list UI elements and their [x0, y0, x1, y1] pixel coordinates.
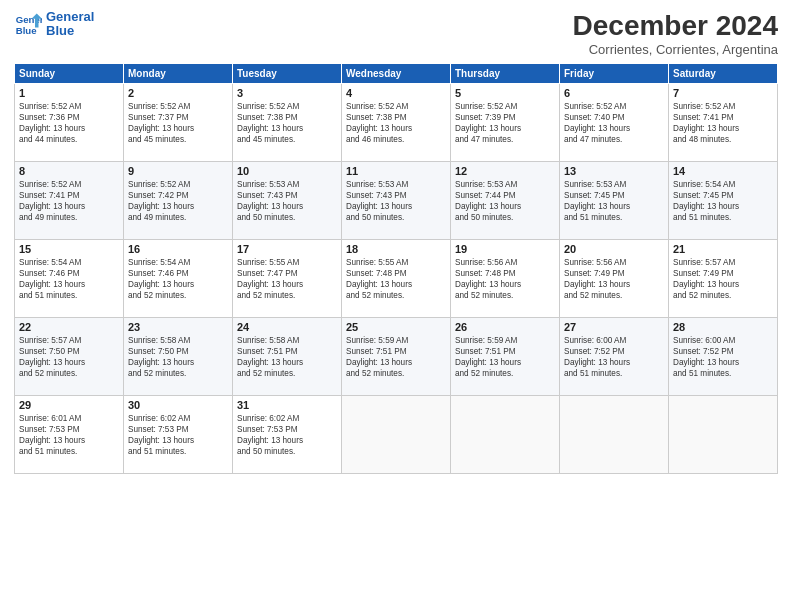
day-info: Sunrise: 6:01 AM Sunset: 7:53 PM Dayligh…: [19, 413, 119, 457]
day-info: Sunrise: 5:52 AM Sunset: 7:38 PM Dayligh…: [237, 101, 337, 145]
table-row: 27Sunrise: 6:00 AM Sunset: 7:52 PM Dayli…: [560, 318, 669, 396]
day-number: 6: [564, 87, 664, 99]
day-info: Sunrise: 5:54 AM Sunset: 7:46 PM Dayligh…: [19, 257, 119, 301]
calendar-header: Sunday Monday Tuesday Wednesday Thursday…: [15, 64, 778, 84]
header-monday: Monday: [124, 64, 233, 84]
table-row: 18Sunrise: 5:55 AM Sunset: 7:48 PM Dayli…: [342, 240, 451, 318]
day-number: 21: [673, 243, 773, 255]
table-row: 28Sunrise: 6:00 AM Sunset: 7:52 PM Dayli…: [669, 318, 778, 396]
day-number: 14: [673, 165, 773, 177]
table-row: 24Sunrise: 5:58 AM Sunset: 7:51 PM Dayli…: [233, 318, 342, 396]
table-row: 9Sunrise: 5:52 AM Sunset: 7:42 PM Daylig…: [124, 162, 233, 240]
logo-icon: General Blue: [14, 10, 42, 38]
day-number: 8: [19, 165, 119, 177]
day-number: 15: [19, 243, 119, 255]
day-info: Sunrise: 5:53 AM Sunset: 7:43 PM Dayligh…: [237, 179, 337, 223]
table-row: 26Sunrise: 5:59 AM Sunset: 7:51 PM Dayli…: [451, 318, 560, 396]
svg-text:Blue: Blue: [16, 25, 37, 36]
table-row: 11Sunrise: 5:53 AM Sunset: 7:43 PM Dayli…: [342, 162, 451, 240]
day-info: Sunrise: 5:52 AM Sunset: 7:39 PM Dayligh…: [455, 101, 555, 145]
day-info: Sunrise: 6:00 AM Sunset: 7:52 PM Dayligh…: [564, 335, 664, 379]
day-number: 18: [346, 243, 446, 255]
day-number: 31: [237, 399, 337, 411]
day-number: 28: [673, 321, 773, 333]
table-row: 14Sunrise: 5:54 AM Sunset: 7:45 PM Dayli…: [669, 162, 778, 240]
day-number: 5: [455, 87, 555, 99]
day-info: Sunrise: 5:54 AM Sunset: 7:46 PM Dayligh…: [128, 257, 228, 301]
day-info: Sunrise: 5:52 AM Sunset: 7:36 PM Dayligh…: [19, 101, 119, 145]
table-row: 30Sunrise: 6:02 AM Sunset: 7:53 PM Dayli…: [124, 396, 233, 474]
header-wednesday: Wednesday: [342, 64, 451, 84]
day-number: 17: [237, 243, 337, 255]
day-info: Sunrise: 5:52 AM Sunset: 7:38 PM Dayligh…: [346, 101, 446, 145]
table-row: 4Sunrise: 5:52 AM Sunset: 7:38 PM Daylig…: [342, 84, 451, 162]
day-number: 3: [237, 87, 337, 99]
day-number: 10: [237, 165, 337, 177]
day-info: Sunrise: 5:58 AM Sunset: 7:51 PM Dayligh…: [237, 335, 337, 379]
calendar-week-row: 15Sunrise: 5:54 AM Sunset: 7:46 PM Dayli…: [15, 240, 778, 318]
day-info: Sunrise: 5:52 AM Sunset: 7:42 PM Dayligh…: [128, 179, 228, 223]
table-row: 17Sunrise: 5:55 AM Sunset: 7:47 PM Dayli…: [233, 240, 342, 318]
day-info: Sunrise: 5:52 AM Sunset: 7:41 PM Dayligh…: [673, 101, 773, 145]
calendar-week-row: 1Sunrise: 5:52 AM Sunset: 7:36 PM Daylig…: [15, 84, 778, 162]
table-row: 13Sunrise: 5:53 AM Sunset: 7:45 PM Dayli…: [560, 162, 669, 240]
header-saturday: Saturday: [669, 64, 778, 84]
table-row: 3Sunrise: 5:52 AM Sunset: 7:38 PM Daylig…: [233, 84, 342, 162]
table-row: 7Sunrise: 5:52 AM Sunset: 7:41 PM Daylig…: [669, 84, 778, 162]
day-info: Sunrise: 6:02 AM Sunset: 7:53 PM Dayligh…: [128, 413, 228, 457]
day-number: 27: [564, 321, 664, 333]
table-row: 25Sunrise: 5:59 AM Sunset: 7:51 PM Dayli…: [342, 318, 451, 396]
table-row: 21Sunrise: 5:57 AM Sunset: 7:49 PM Dayli…: [669, 240, 778, 318]
header-friday: Friday: [560, 64, 669, 84]
table-row: 2Sunrise: 5:52 AM Sunset: 7:37 PM Daylig…: [124, 84, 233, 162]
table-row: 5Sunrise: 5:52 AM Sunset: 7:39 PM Daylig…: [451, 84, 560, 162]
table-row: 6Sunrise: 5:52 AM Sunset: 7:40 PM Daylig…: [560, 84, 669, 162]
table-row: [560, 396, 669, 474]
day-number: 24: [237, 321, 337, 333]
day-info: Sunrise: 5:52 AM Sunset: 7:41 PM Dayligh…: [19, 179, 119, 223]
day-number: 9: [128, 165, 228, 177]
day-info: Sunrise: 5:53 AM Sunset: 7:45 PM Dayligh…: [564, 179, 664, 223]
day-info: Sunrise: 5:59 AM Sunset: 7:51 PM Dayligh…: [346, 335, 446, 379]
table-row: 12Sunrise: 5:53 AM Sunset: 7:44 PM Dayli…: [451, 162, 560, 240]
day-info: Sunrise: 5:57 AM Sunset: 7:49 PM Dayligh…: [673, 257, 773, 301]
table-row: 1Sunrise: 5:52 AM Sunset: 7:36 PM Daylig…: [15, 84, 124, 162]
header-sunday: Sunday: [15, 64, 124, 84]
location-subtitle: Corrientes, Corrientes, Argentina: [573, 42, 778, 57]
table-row: [451, 396, 560, 474]
day-info: Sunrise: 5:52 AM Sunset: 7:37 PM Dayligh…: [128, 101, 228, 145]
calendar-week-row: 8Sunrise: 5:52 AM Sunset: 7:41 PM Daylig…: [15, 162, 778, 240]
day-info: Sunrise: 5:56 AM Sunset: 7:48 PM Dayligh…: [455, 257, 555, 301]
calendar-table: Sunday Monday Tuesday Wednesday Thursday…: [14, 63, 778, 474]
day-info: Sunrise: 5:55 AM Sunset: 7:48 PM Dayligh…: [346, 257, 446, 301]
day-number: 30: [128, 399, 228, 411]
title-block: December 2024 Corrientes, Corrientes, Ar…: [573, 10, 778, 57]
day-info: Sunrise: 5:58 AM Sunset: 7:50 PM Dayligh…: [128, 335, 228, 379]
header: General Blue General Blue December 2024 …: [14, 10, 778, 57]
day-info: Sunrise: 5:56 AM Sunset: 7:49 PM Dayligh…: [564, 257, 664, 301]
day-number: 25: [346, 321, 446, 333]
day-number: 13: [564, 165, 664, 177]
table-row: 15Sunrise: 5:54 AM Sunset: 7:46 PM Dayli…: [15, 240, 124, 318]
day-number: 7: [673, 87, 773, 99]
weekday-header-row: Sunday Monday Tuesday Wednesday Thursday…: [15, 64, 778, 84]
day-number: 26: [455, 321, 555, 333]
table-row: 8Sunrise: 5:52 AM Sunset: 7:41 PM Daylig…: [15, 162, 124, 240]
day-info: Sunrise: 5:53 AM Sunset: 7:44 PM Dayligh…: [455, 179, 555, 223]
header-thursday: Thursday: [451, 64, 560, 84]
day-number: 20: [564, 243, 664, 255]
table-row: 29Sunrise: 6:01 AM Sunset: 7:53 PM Dayli…: [15, 396, 124, 474]
table-row: 20Sunrise: 5:56 AM Sunset: 7:49 PM Dayli…: [560, 240, 669, 318]
day-info: Sunrise: 5:55 AM Sunset: 7:47 PM Dayligh…: [237, 257, 337, 301]
day-info: Sunrise: 5:57 AM Sunset: 7:50 PM Dayligh…: [19, 335, 119, 379]
table-row: 10Sunrise: 5:53 AM Sunset: 7:43 PM Dayli…: [233, 162, 342, 240]
calendar-week-row: 29Sunrise: 6:01 AM Sunset: 7:53 PM Dayli…: [15, 396, 778, 474]
table-row: 22Sunrise: 5:57 AM Sunset: 7:50 PM Dayli…: [15, 318, 124, 396]
calendar-body: 1Sunrise: 5:52 AM Sunset: 7:36 PM Daylig…: [15, 84, 778, 474]
header-tuesday: Tuesday: [233, 64, 342, 84]
calendar-week-row: 22Sunrise: 5:57 AM Sunset: 7:50 PM Dayli…: [15, 318, 778, 396]
day-info: Sunrise: 6:00 AM Sunset: 7:52 PM Dayligh…: [673, 335, 773, 379]
table-row: 16Sunrise: 5:54 AM Sunset: 7:46 PM Dayli…: [124, 240, 233, 318]
table-row: 19Sunrise: 5:56 AM Sunset: 7:48 PM Dayli…: [451, 240, 560, 318]
day-info: Sunrise: 6:02 AM Sunset: 7:53 PM Dayligh…: [237, 413, 337, 457]
